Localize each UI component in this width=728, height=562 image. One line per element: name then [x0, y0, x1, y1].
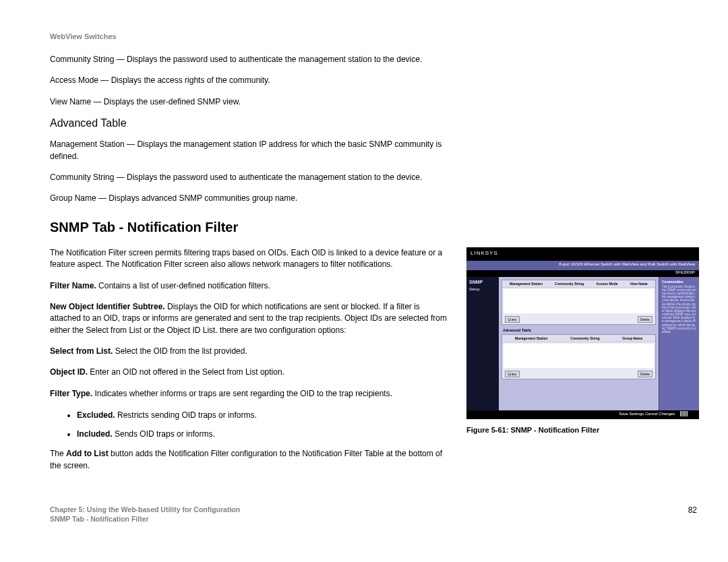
para-view-name: View Name — Displays the user-defined SN…	[50, 96, 448, 108]
col-head: Access Mode	[597, 282, 618, 286]
screenshot-snmp-notification-filter: LINKSYS 8-port 10/100 Ethernet Switch wi…	[466, 247, 699, 419]
para-filter-name: Filter Name. Contains a list of user-def…	[50, 280, 448, 292]
text-object-id: Enter an OID not offered in the Select f…	[88, 367, 284, 377]
bold-object-id: Object ID.	[50, 367, 88, 377]
bold-filter-type: Filter Type.	[50, 389, 92, 398]
para-object-id: Object ID. Enter an OID not offered in t…	[50, 367, 448, 378]
advanced-table-label: Advanced Table	[502, 327, 656, 332]
text-add-b: button adds the Notification Filter conf…	[50, 449, 442, 470]
text-add-a: The	[50, 449, 66, 458]
col-head: View Name	[630, 282, 648, 286]
para-community-string-2: Community String — Displays the password…	[50, 172, 448, 183]
screenshot-left-nav: SNMP Setup	[466, 277, 499, 410]
heading-advanced-table: Advanced Table	[50, 117, 697, 129]
para-new-oid-subtree: New Object Identifier Subtree. Displays …	[50, 301, 448, 336]
footer-chapter: Chapter 5: Using the Web-based Utility f…	[50, 505, 240, 513]
help-text: The Community String is the SNMP communi…	[662, 285, 696, 334]
text-filter-name: Contains a list of user-defined notifica…	[96, 281, 270, 290]
delete-button[interactable]: Delete	[638, 316, 653, 323]
advanced-table-panel: Management Station Community String Grou…	[502, 334, 656, 379]
cisco-icon	[680, 411, 688, 416]
text-excluded: Restricts sending OID traps or informs.	[115, 410, 257, 420]
basic-table-panel: Management Station Community String Acce…	[502, 280, 656, 325]
col-head: Group Name	[622, 336, 642, 340]
para-management-station: Management Station — Displays the manage…	[50, 139, 448, 162]
page-footer: Chapter 5: Using the Web-based Utility f…	[50, 505, 697, 523]
left-column: The Notification Filter screen permits f…	[50, 247, 448, 481]
screenshot-center-area: Management Station Community String Acce…	[499, 277, 659, 410]
col-head: Community String	[555, 282, 584, 286]
text-select-from-list: Select the OID from the list provided.	[113, 346, 247, 356]
help-title: Communities	[662, 280, 696, 284]
bullet-included: Included. Sends OID traps or informs.	[77, 428, 448, 440]
screenshot-footer-bar: Save Settings Cancel Changes	[466, 410, 699, 419]
body-content: Community String — Displays the password…	[50, 54, 697, 481]
screenshot-brand-bar: LINKSYS	[466, 247, 699, 261]
screenshot-model-bar: SFE2000P	[466, 270, 699, 277]
delete-button-2[interactable]: Delete	[638, 371, 653, 377]
text-included: Sends OID traps or informs.	[113, 429, 215, 439]
para-filter-type: Filter Type. Indicates whether informs o…	[50, 388, 448, 400]
text-filter-type: Indicates whether informs or traps are s…	[92, 389, 392, 398]
col-head: Management Station	[510, 282, 543, 286]
running-header: WebView Switches	[50, 32, 117, 40]
nav-tab: Setup	[469, 287, 496, 291]
bold-add-to-list: Add to List	[66, 449, 109, 458]
nav-section-label: SNMP	[469, 280, 496, 284]
figure-caption: Figure 5-61: SNMP - Notification Filter	[466, 426, 699, 434]
col-head: Community String	[570, 336, 599, 340]
bullet-list: Excluded. Restricts sending OID traps or…	[50, 409, 448, 440]
para-access-mode: Access Mode — Displays the access rights…	[50, 75, 448, 86]
footer-section: SNMP Tab - Notification Filter	[50, 515, 240, 523]
brand-logo: LINKSYS	[471, 250, 498, 256]
bold-select-from-list: Select from List.	[50, 346, 113, 356]
col-head: Management Station	[515, 336, 548, 340]
bullet-excluded: Excluded. Restricts sending OID traps or…	[77, 409, 448, 421]
bold-excluded: Excluded.	[77, 410, 115, 420]
query-button-2[interactable]: Query	[505, 371, 520, 377]
para-intro: The Notification Filter screen permits f…	[50, 247, 448, 271]
bold-new-oid: New Object Identifier Subtree.	[50, 302, 165, 311]
query-button[interactable]: Query	[505, 316, 520, 323]
screenshot-title-bar: 8-port 10/100 Ethernet Switch with WebVi…	[466, 261, 699, 270]
bold-included: Included.	[77, 429, 113, 439]
right-column: LINKSYS 8-port 10/100 Ethernet Switch wi…	[466, 247, 699, 434]
screenshot-help-panel: Communities The Community String is the …	[659, 277, 699, 410]
para-community-string-1: Community String — Displays the password…	[50, 54, 448, 65]
para-add-to-list: The Add to List button adds the Notifica…	[50, 448, 448, 472]
para-select-from-list: Select from List. Select the OID from th…	[50, 346, 448, 357]
para-group-name: Group Name — Displays advanced SNMP comm…	[50, 193, 448, 204]
heading-snmp-notification-filter: SNMP Tab - Notification Filter	[50, 220, 697, 235]
footer-actions: Save Settings Cancel Changes	[619, 411, 675, 415]
bold-filter-name: Filter Name.	[50, 281, 96, 290]
page-number: 82	[688, 505, 697, 515]
